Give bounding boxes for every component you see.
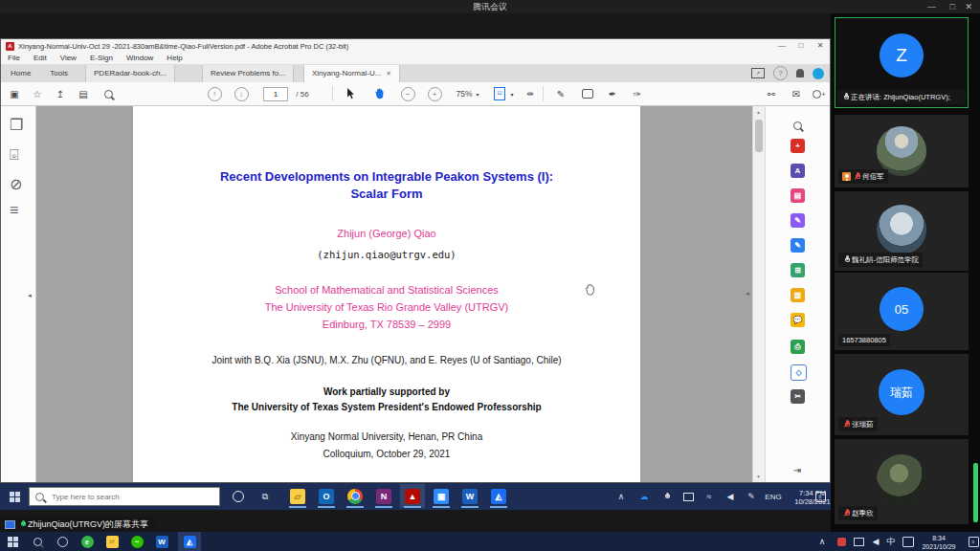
file-explorer-icon[interactable]: ▱ bbox=[285, 484, 310, 508]
local-screenshare-icon[interactable] bbox=[850, 532, 867, 551]
security-app-icon[interactable] bbox=[833, 532, 850, 551]
menu-help[interactable]: Help bbox=[160, 53, 189, 64]
local-search-icon[interactable] bbox=[29, 532, 46, 551]
participant-tile-speaker[interactable]: Z 正在讲话: ZhijunQiao(UTRGV); bbox=[835, 17, 969, 108]
tab-document-3-active[interactable]: Xinyang-Normal-U...✕ bbox=[303, 65, 400, 82]
scrollbar-thumb[interactable] bbox=[755, 120, 763, 152]
local-tray-chevron-icon[interactable]: ∧ bbox=[813, 532, 831, 551]
comment-bubble-icon[interactable] bbox=[579, 82, 596, 105]
wechat-icon[interactable]: •• bbox=[128, 532, 145, 551]
search-tool-icon[interactable] bbox=[789, 114, 806, 137]
local-start-button[interactable] bbox=[4, 532, 21, 551]
menu-edit[interactable]: Edit bbox=[27, 53, 54, 64]
chrome-icon[interactable] bbox=[343, 484, 368, 508]
local-tencent-meeting-icon[interactable]: ◭ bbox=[178, 532, 201, 551]
menu-window[interactable]: Window bbox=[120, 53, 160, 64]
combine-files-icon[interactable]: ⊞ bbox=[791, 263, 805, 277]
menu-file[interactable]: File bbox=[1, 53, 27, 64]
local-word-icon[interactable]: W bbox=[153, 532, 170, 551]
participant-tile[interactable]: 瑞茹 张瑞茹 bbox=[835, 354, 969, 435]
meeting-maximize-button[interactable]: □ bbox=[945, 0, 961, 13]
participant-scrollbar[interactable] bbox=[973, 13, 978, 532]
request-signatures-icon[interactable]: ▥ bbox=[791, 288, 805, 302]
fit-page-icon[interactable]: ⊡ bbox=[491, 82, 508, 105]
word-icon[interactable]: W bbox=[457, 484, 482, 508]
page-thumbnails-icon[interactable]: ❐ bbox=[10, 116, 23, 129]
meeting-camera-icon[interactable]: ▣ bbox=[429, 484, 454, 508]
language-indicator[interactable]: ENG bbox=[762, 483, 785, 510]
fill-sign-tool-icon[interactable]: ✎ bbox=[791, 213, 805, 228]
local-action-center-icon[interactable]: ≡ bbox=[965, 532, 980, 551]
upload-cloud-icon[interactable]: ↥ bbox=[52, 82, 69, 105]
star-icon[interactable]: ☆ bbox=[29, 82, 46, 105]
tab-close-icon[interactable]: ✕ bbox=[386, 70, 391, 77]
search-input[interactable] bbox=[50, 492, 207, 502]
attachments-icon[interactable]: ⊘ bbox=[10, 175, 23, 188]
local-cortana-icon[interactable] bbox=[54, 532, 71, 551]
pen-tray-icon[interactable]: ✎ bbox=[743, 483, 760, 510]
participant-scrollbar-thumb[interactable] bbox=[973, 463, 978, 522]
fit-dropdown-icon[interactable]: ▾ bbox=[508, 82, 516, 105]
edit-pdf-icon[interactable]: ✎ bbox=[791, 238, 805, 253]
tray-mic-icon[interactable] bbox=[658, 483, 676, 510]
left-panel-collapse-icon[interactable]: ◄ bbox=[27, 293, 33, 298]
ime-language-icon[interactable]: 中 bbox=[882, 532, 900, 551]
zoom-dropdown-icon[interactable]: ▾ bbox=[474, 82, 481, 105]
tencent-meeting-icon[interactable]: ◭ bbox=[486, 484, 511, 508]
acrobat-restore-button[interactable]: □ bbox=[791, 39, 811, 53]
find-icon[interactable] bbox=[100, 82, 117, 105]
fill-sign-icon[interactable]: ✑ bbox=[629, 82, 646, 105]
menu-view[interactable]: View bbox=[54, 53, 83, 64]
create-pdf-icon[interactable]: + bbox=[791, 139, 805, 153]
print-icon[interactable]: ▤ bbox=[75, 82, 92, 105]
meeting-close-button[interactable]: ✕ bbox=[959, 0, 978, 13]
email-icon[interactable]: ✉ bbox=[788, 82, 805, 105]
participant-tile[interactable]: 魏礼娟-信阳师范学院 bbox=[835, 191, 969, 271]
page-number-input[interactable]: 1 bbox=[263, 87, 288, 101]
action-center-icon[interactable]: ≡ bbox=[812, 483, 829, 510]
expand-panel-icon[interactable]: ⇥ bbox=[789, 458, 806, 481]
volume-icon[interactable]: ◀ bbox=[722, 483, 739, 510]
layers-icon[interactable]: ≡ bbox=[10, 202, 23, 215]
protect-icon[interactable]: ◇ bbox=[791, 364, 807, 381]
more-tools-icon[interactable]: ✂ bbox=[791, 389, 805, 404]
onedrive-cloud-icon[interactable]: ☁ bbox=[635, 483, 653, 510]
menu-esign[interactable]: E-Sign bbox=[83, 53, 120, 64]
share-link-icon[interactable]: ⚯ bbox=[763, 82, 780, 105]
pen-tool-icon[interactable]: ✎ bbox=[552, 82, 569, 105]
select-tool-icon[interactable] bbox=[342, 82, 359, 105]
tray-screenshare-icon[interactable] bbox=[679, 483, 697, 510]
document-scrollbar[interactable]: ▲ ▼ bbox=[752, 106, 765, 482]
zoom-in-icon[interactable]: + bbox=[426, 82, 443, 105]
tab-tools[interactable]: Tools bbox=[40, 64, 78, 82]
task-view-icon[interactable]: ⧉ bbox=[256, 483, 274, 510]
screen-share-banner[interactable]: ZhijunQiao(UTRGV)的屏幕共享 bbox=[0, 517, 156, 532]
participant-tile[interactable]: 05 16573880805 bbox=[835, 273, 969, 350]
local-file-explorer-icon[interactable]: ▱ bbox=[103, 532, 121, 551]
scroll-up-icon[interactable]: ▲ bbox=[756, 109, 761, 115]
tab-document-1[interactable]: PDERadar-book-ch... bbox=[85, 65, 175, 82]
comment-tool-icon[interactable]: 💬 bbox=[791, 313, 805, 327]
organize-pages-icon[interactable]: ▤ bbox=[791, 188, 805, 203]
sign-tool-icon[interactable]: ✒ bbox=[604, 82, 621, 105]
tray-chevron-icon[interactable]: ∧ bbox=[612, 483, 630, 510]
cortana-icon[interactable] bbox=[230, 483, 247, 510]
tab-home[interactable]: Home bbox=[1, 64, 40, 82]
save-icon[interactable]: ▣ bbox=[6, 82, 23, 105]
account-avatar[interactable] bbox=[813, 68, 824, 79]
bell-icon[interactable] bbox=[796, 69, 804, 77]
help-icon[interactable]: ? bbox=[773, 66, 788, 80]
taskbar-search[interactable] bbox=[29, 487, 220, 506]
onenote-icon[interactable]: N bbox=[371, 484, 396, 508]
acrobat-taskbar-icon[interactable]: ▲ bbox=[400, 484, 425, 508]
acrobat-minimize-button[interactable]: — bbox=[772, 39, 791, 53]
browser-360-icon[interactable]: e bbox=[78, 532, 96, 551]
tab-document-2[interactable]: Review Problems fo... bbox=[202, 65, 294, 82]
scroll-down-icon[interactable]: ▼ bbox=[756, 474, 761, 479]
pdf-page[interactable]: Recent Developments on Integrable Peakon… bbox=[133, 106, 640, 482]
network-icon[interactable]: ≈ bbox=[701, 483, 718, 510]
next-page-button[interactable]: ↓ bbox=[233, 82, 250, 105]
local-clock[interactable]: 8:34 2021/10/29 bbox=[915, 532, 963, 551]
hand-tool-icon[interactable] bbox=[370, 82, 388, 105]
print-production-icon[interactable]: ⎙ bbox=[791, 340, 805, 354]
